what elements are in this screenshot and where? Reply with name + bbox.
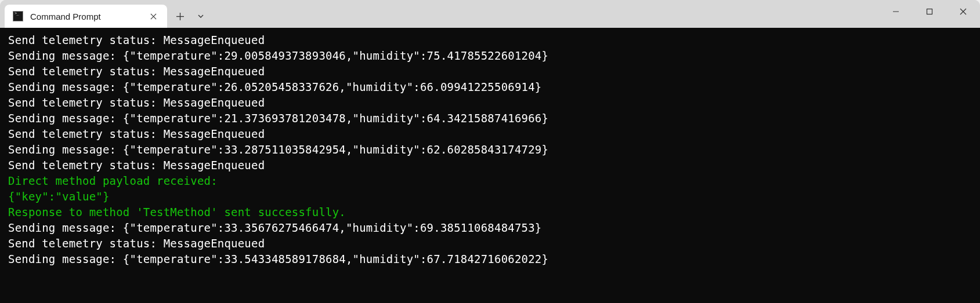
minimize-button[interactable] <box>879 0 913 23</box>
cmd-icon: >_ <box>13 11 23 21</box>
chevron-down-icon <box>197 13 204 20</box>
close-icon <box>150 13 157 20</box>
terminal-line: Send telemetry status: MessageEnqueued <box>8 95 972 111</box>
terminal-line: Send telemetry status: MessageEnqueued <box>8 64 972 79</box>
window-controls <box>879 0 980 23</box>
terminal-line: Response to method 'TestMethod' sent suc… <box>8 205 972 220</box>
tab-command-prompt[interactable]: >_ Command Prompt <box>5 5 167 28</box>
close-icon <box>960 8 967 15</box>
terminal-line: {"key":"value"} <box>8 189 972 205</box>
tab-dropdown-button[interactable] <box>190 6 211 27</box>
terminal-line: Sending message: {"temperature":21.37369… <box>8 111 972 126</box>
terminal-line: Send telemetry status: MessageEnqueued <box>8 158 972 173</box>
close-tab-button[interactable] <box>146 9 160 23</box>
svg-rect-5 <box>927 9 932 14</box>
terminal-line: Sending message: {"temperature":26.05205… <box>8 79 972 95</box>
minimize-icon <box>892 8 899 15</box>
terminal-line: Sending message: {"temperature":33.54334… <box>8 251 972 267</box>
terminal-line: Sending message: {"temperature":33.28751… <box>8 142 972 158</box>
tab-title: Command Prompt <box>30 12 146 21</box>
terminal-line: Send telemetry status: MessageEnqueued <box>8 236 972 251</box>
maximize-icon <box>926 8 933 15</box>
terminal-line: Sending message: {"temperature":29.00584… <box>8 48 972 64</box>
titlebar: >_ Command Prompt <box>0 0 980 28</box>
terminal-window: >_ Command Prompt <box>0 0 980 303</box>
terminal-line: Sending message: {"temperature":33.35676… <box>8 220 972 236</box>
terminal-output[interactable]: Send telemetry status: MessageEnqueuedSe… <box>0 28 980 303</box>
plus-icon <box>176 13 184 20</box>
maximize-button[interactable] <box>913 0 946 23</box>
close-window-button[interactable] <box>946 0 980 23</box>
new-tab-button[interactable] <box>169 6 190 27</box>
terminal-line: Send telemetry status: MessageEnqueued <box>8 126 972 142</box>
terminal-line: Send telemetry status: MessageEnqueued <box>8 32 972 48</box>
terminal-line: Direct method payload received: <box>8 173 972 189</box>
